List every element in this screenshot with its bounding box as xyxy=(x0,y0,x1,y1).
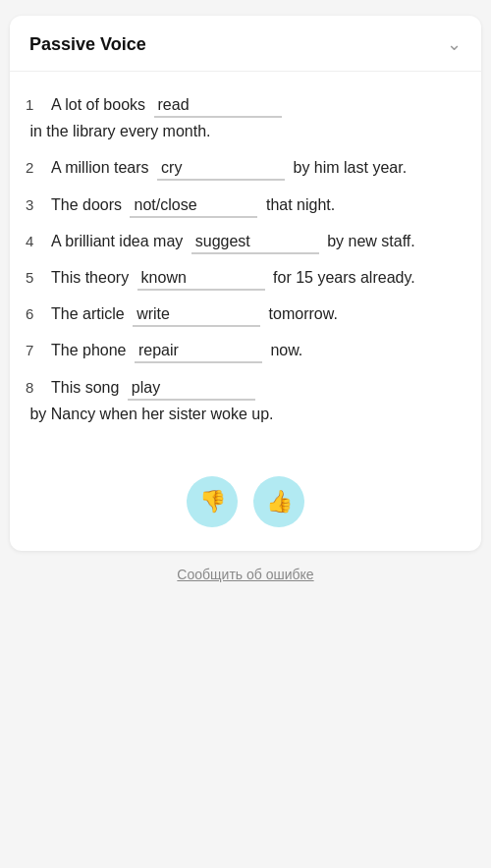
sentence-row: 1A lot of books in the library every mon… xyxy=(26,91,465,144)
fill-input-6[interactable] xyxy=(133,303,260,327)
like-icon: 👍 xyxy=(266,489,293,515)
like-button[interactable]: 👍 xyxy=(253,476,304,527)
sentence-row: 2A million tears by him last year. xyxy=(26,154,465,181)
card-header: Passive Voice ⌄ xyxy=(10,16,481,72)
sentence-after: by Nancy when her sister woke up. xyxy=(26,401,274,427)
sentence-after: by him last year. xyxy=(289,154,407,181)
sentence-number: 2 xyxy=(26,155,47,181)
sentences-list: 1A lot of books in the library every mon… xyxy=(10,72,481,457)
card-title: Passive Voice xyxy=(29,34,146,55)
dislike-icon: 👎 xyxy=(199,489,226,515)
sentence-before: This theory xyxy=(51,264,134,291)
fill-input-5[interactable] xyxy=(137,267,265,291)
sentence-after: in the library every month. xyxy=(26,118,211,144)
sentence-before: A brilliant idea may xyxy=(51,228,188,254)
sentence-number: 3 xyxy=(26,192,47,218)
fill-input-7[interactable] xyxy=(135,340,262,363)
sentence-after: now. xyxy=(266,337,302,363)
fill-input-3[interactable] xyxy=(130,194,257,218)
sentence-number: 4 xyxy=(26,229,47,254)
report-link[interactable]: Сообщить об ошибке xyxy=(177,567,313,602)
sentence-before: The doors xyxy=(51,191,126,218)
sentence-number: 8 xyxy=(26,375,47,401)
sentence-number: 6 xyxy=(26,301,47,327)
fill-input-1[interactable] xyxy=(154,94,282,118)
sentence-row: 7The phone now. xyxy=(26,337,465,363)
sentence-row: 3The doors that night. xyxy=(26,191,465,218)
sentence-after: that night. xyxy=(261,191,335,218)
fill-input-4[interactable] xyxy=(191,231,319,254)
passive-voice-card: Passive Voice ⌄ 1A lot of books in the l… xyxy=(10,16,481,551)
sentence-row: 4A brilliant idea may by new staff. xyxy=(26,228,465,254)
sentence-row: 5This theory for 15 years already. xyxy=(26,264,465,291)
chevron-down-icon[interactable]: ⌄ xyxy=(447,33,462,55)
fill-input-8[interactable] xyxy=(128,377,255,401)
sentence-row: 6The article tomorrow. xyxy=(26,300,465,327)
sentence-before: A million tears xyxy=(51,154,153,181)
sentence-number: 5 xyxy=(26,265,47,291)
sentence-before: The article xyxy=(51,300,129,327)
sentence-after: by new staff. xyxy=(323,228,415,254)
sentence-before: This song xyxy=(51,374,124,401)
sentence-before: The phone xyxy=(51,337,131,363)
fill-input-2[interactable] xyxy=(157,157,285,181)
sentence-after: for 15 years already. xyxy=(269,264,415,291)
sentence-before: A lot of books xyxy=(51,91,150,118)
sentence-number: 7 xyxy=(26,338,47,363)
sentence-row: 8This song by Nancy when her sister woke… xyxy=(26,374,465,427)
sentence-after: tomorrow. xyxy=(264,300,338,327)
sentence-number: 1 xyxy=(26,92,47,118)
actions-row: 👎 👍 xyxy=(10,457,481,551)
dislike-button[interactable]: 👎 xyxy=(187,476,238,527)
